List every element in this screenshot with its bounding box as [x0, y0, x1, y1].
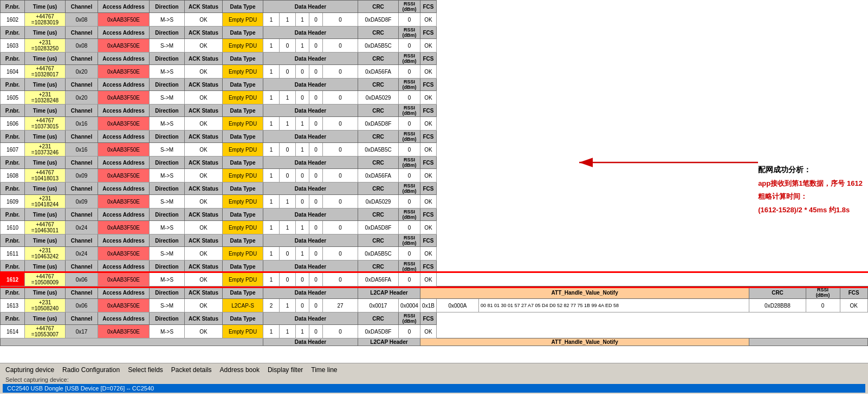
header-access: Access Address: [98, 157, 150, 169]
packet-data-row[interactable]: 1610 +44767=10463011 0x24 0xAAB3F50E M->…: [1, 221, 868, 234]
cell-crc: 0xD28BB8: [749, 299, 806, 312]
header-fcs: FCS: [420, 79, 437, 91]
packet-header-row[interactable]: P.nbr. Time (us) Channel Access Address …: [1, 183, 868, 195]
menu-packet-details[interactable]: Packet details: [171, 366, 212, 374]
packet-header-row[interactable]: P.nbr. Time (us) Channel Access Address …: [1, 260, 868, 273]
cell-sn: 1: [296, 247, 309, 260]
packet-data-row[interactable]: 1613 +231=10508240 0x06 0xAAB3F50E S->M …: [1, 299, 868, 312]
packet-data-row[interactable]: 1604 +44767=10328017 0x20 0xAAB3F50E M->…: [1, 65, 868, 79]
menu-radio-config[interactable]: Radio Configuration: [62, 366, 120, 374]
header-datatype: Data Type: [223, 260, 263, 273]
cell-direction: M->S: [150, 221, 185, 234]
cell-ack: OK: [185, 143, 223, 157]
header-crc: CRC: [358, 27, 399, 39]
packet-data-row[interactable]: 1602 +44767=10283019 0x08 0xAAB3F50E M->…: [1, 13, 868, 27]
packet-data-row[interactable]: 1612 +44767=10508009 0x06 0xAAB3F50E M->…: [1, 273, 868, 286]
menu-capturing-device[interactable]: Capturing device: [5, 366, 54, 374]
header-tail: [749, 338, 868, 346]
packet-data-row[interactable]: 1611 +231=10463242 0x24 0xAAB3F50E S->M …: [1, 247, 868, 260]
cell-md: 0: [309, 39, 323, 53]
header-crc: CRC: [358, 234, 399, 247]
packet-header-row[interactable]: P.nbr. Time (us) Channel Access Address …: [1, 208, 868, 221]
packet-data-row[interactable]: 1605 +231=10328248 0x20 0xAAB3F50E S->M …: [1, 91, 868, 105]
cell-fcs: OK: [420, 273, 437, 286]
header-time: Time (us): [25, 1, 66, 13]
header-fcs: FCS: [420, 260, 437, 273]
cell-direction: M->S: [150, 169, 185, 183]
header-data-header: Data Header: [263, 234, 358, 247]
header-rssi: RSSI(dBm): [399, 105, 420, 117]
cell-ack: OK: [185, 195, 223, 208]
cell-channel: 0x16: [66, 117, 98, 131]
header-channel: Channel: [66, 131, 98, 143]
header-direction: Direction: [150, 183, 185, 195]
header-data-header-last: Data Header: [263, 338, 358, 346]
packet-header-row[interactable]: P.nbr. Time (us) Channel Access Address …: [1, 53, 868, 65]
header-time: Time (us): [25, 183, 66, 195]
header-fcs: FCS: [420, 234, 437, 247]
header-fcs: FCS: [420, 131, 437, 143]
annotation-line4: (1612-1528)/2 * 45ms 约1.8s: [758, 204, 863, 217]
packet-header-row[interactable]: P.nbr. Time (us) Channel Access Address …: [1, 131, 868, 143]
menu-address-book[interactable]: Address book: [220, 366, 260, 374]
packet-data-row[interactable]: 1603 +231=10283250 0x08 0xAAB3F50E S->M …: [1, 39, 868, 53]
packet-header-row[interactable]: P.nbr. Time (us) Channel Access Address …: [1, 234, 868, 247]
packet-table-area[interactable]: P.nbr. Time (us) Channel Access Address …: [0, 0, 868, 363]
packet-header-row[interactable]: P.nbr. Time (us) Channel Access Address …: [1, 1, 868, 13]
cell-channel: 0x16: [66, 143, 98, 157]
cell-rssi: 0: [399, 143, 420, 157]
cell-llid: 1: [263, 195, 280, 208]
cell-crc: 0xDA5D8F: [358, 13, 399, 27]
packet-data-row[interactable]: 1614 +44767=10553007 0x17 0xAAB3F50E M->…: [1, 325, 868, 338]
cell-llid: 2: [263, 299, 280, 312]
cell-rssi: 0: [399, 247, 420, 260]
packet-header-row[interactable]: P.nbr. Time (us) Channel Access Address …: [1, 27, 868, 39]
header-ack: ACK Status: [185, 105, 223, 117]
header-pnbr: P.nbr.: [1, 1, 25, 13]
packet-data-row[interactable]: 1606 +44767=10373015 0x16 0xAAB3F50E M->…: [1, 117, 868, 131]
packet-header-row-last: Data Header L2CAP Header ATT_Handle_Valu…: [1, 338, 868, 346]
packet-header-row[interactable]: P.nbr. Time (us) Channel Access Address …: [1, 105, 868, 117]
cell-rssi: 0: [399, 13, 420, 27]
cell-datatype: Empty PDU: [223, 65, 263, 79]
device-name: CC2540 USB Dongle [USB Device [D=0726] -…: [7, 385, 154, 392]
cell-fcs: OK: [840, 299, 867, 312]
cell-sn: 0: [296, 91, 309, 105]
cell-crc: 0xDA5B5C: [358, 247, 399, 260]
packet-header-row[interactable]: P.nbr. Time (us) Channel Access Address …: [1, 286, 868, 299]
cell-crc: 0xDA5D8F: [358, 325, 399, 338]
cell-channel: 0x08: [66, 39, 98, 53]
cell-direction: S->M: [150, 143, 185, 157]
header-ack: ACK Status: [185, 157, 223, 169]
header-partial: [1, 338, 263, 346]
menu-display-filter[interactable]: Display filter: [268, 366, 303, 374]
header-channel: Channel: [66, 27, 98, 39]
header-access: Access Address: [98, 260, 150, 273]
cell-direction: M->S: [150, 65, 185, 79]
cell-ack: OK: [185, 65, 223, 79]
cell-ack: OK: [185, 13, 223, 27]
cell-llid: 1: [263, 91, 280, 105]
cell-pnbr: 1613: [1, 299, 25, 312]
header-direction: Direction: [150, 27, 185, 39]
header-channel: Channel: [66, 312, 98, 325]
cell-fcs: OK: [420, 195, 437, 208]
menu-timeline[interactable]: Time line: [311, 366, 337, 374]
header-channel: Channel: [66, 208, 98, 221]
packet-header-row[interactable]: P.nbr. Time (us) Channel Access Address …: [1, 79, 868, 91]
menu-select-fields[interactable]: Select fields: [128, 366, 163, 374]
cell-access: 0xAAB3F50E: [98, 221, 150, 234]
header-time: Time (us): [25, 286, 66, 299]
header-channel: Channel: [66, 105, 98, 117]
cell-crc: 0xDA56FA: [358, 273, 399, 286]
cell-time: +231=10463242: [25, 247, 66, 260]
cell-fcs: OK: [420, 91, 437, 105]
header-ack: ACK Status: [185, 312, 223, 325]
header-datatype: Data Type: [223, 312, 263, 325]
packet-data-row[interactable]: 1609 +231=10418244 0x09 0xAAB3F50E S->M …: [1, 195, 868, 208]
packet-header-row[interactable]: P.nbr. Time (us) Channel Access Address …: [1, 312, 868, 325]
cell-rssi: 0: [399, 169, 420, 183]
cell-sn: 0: [296, 195, 309, 208]
cell-pnbr: 1605: [1, 91, 25, 105]
cell-crc: 0xDA5029: [358, 91, 399, 105]
